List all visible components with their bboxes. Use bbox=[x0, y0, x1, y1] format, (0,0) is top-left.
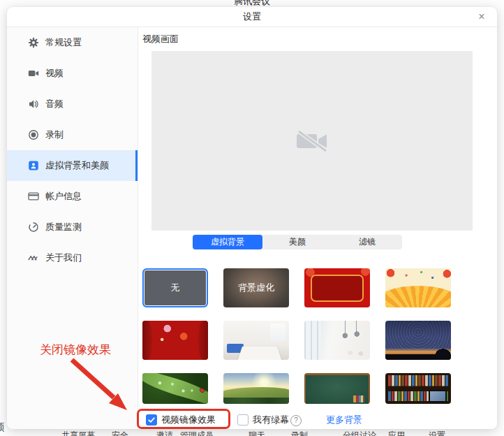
background-tabs: 虚拟背景 美颜 滤镜 bbox=[193, 235, 402, 249]
bg-thumb-new-year-lanterns[interactable] bbox=[142, 321, 208, 360]
sidebar-item-about[interactable]: 关于我们 bbox=[7, 242, 138, 273]
bg-thumb-festive-orange-fan[interactable] bbox=[385, 268, 451, 307]
sidebar-item-account[interactable]: 帐户信息 bbox=[7, 181, 138, 212]
toolbar-item-settings[interactable]: 设置 bbox=[429, 430, 445, 436]
toolbar-item-security[interactable]: 安全 bbox=[112, 430, 128, 436]
green-screen-label: 我有绿幕 bbox=[253, 414, 289, 426]
close-icon[interactable]: × bbox=[473, 7, 490, 27]
bg-thumb-chalkboard[interactable] bbox=[304, 373, 370, 404]
bg-thumb-leaf-ladybug[interactable] bbox=[142, 373, 208, 404]
video-camera-icon bbox=[28, 68, 39, 79]
sidebar-item-label: 帐户信息 bbox=[45, 190, 82, 203]
sidebar-item-label: 虚拟背景和美颜 bbox=[45, 159, 109, 172]
sidebar-item-audio[interactable]: 音频 bbox=[7, 89, 138, 119]
toolbar-item-share[interactable]: 共享屏幕 bbox=[61, 430, 95, 436]
screen: 腾讯会议 频 共享屏幕 安全 邀请 管理成员 聊天 录制 分组讨论 应用 设置 … bbox=[0, 0, 504, 436]
sidebar-item-label: 质量监测 bbox=[45, 221, 82, 233]
gear-icon bbox=[28, 37, 39, 48]
toolbar-item-chat[interactable]: 聊天 bbox=[249, 430, 265, 436]
sidebar-item-video[interactable]: 视频 bbox=[7, 58, 138, 89]
dialog-header: 设置 × bbox=[7, 7, 497, 27]
annotation-highlight-box bbox=[137, 409, 230, 429]
sidebar-item-label: 视频 bbox=[45, 67, 64, 80]
bg-thumb-spring-festival-frame[interactable] bbox=[304, 268, 370, 307]
video-preview bbox=[151, 51, 473, 231]
waves-icon bbox=[28, 252, 39, 263]
tab-virtual-background[interactable]: 虚拟背景 bbox=[193, 235, 262, 249]
sidebar-item-recording[interactable]: 录制 bbox=[7, 119, 138, 150]
tab-filter[interactable]: 滤镜 bbox=[332, 235, 402, 249]
bg-thumb-blur[interactable]: 背景虚化 bbox=[223, 268, 289, 307]
bg-thumb-meeting-room[interactable] bbox=[223, 321, 289, 360]
more-backgrounds-link[interactable]: 更多背景 bbox=[326, 414, 362, 426]
green-screen-checkbox[interactable] bbox=[237, 414, 249, 426]
virtual-background-panel: 视频画面 虚拟背景 美颜 滤镜 无 bbox=[138, 27, 497, 429]
background-grid: 无 背景虚化 bbox=[142, 268, 451, 404]
sidebar-item-label: 录制 bbox=[45, 129, 64, 141]
record-icon bbox=[28, 129, 39, 140]
bg-thumb-star-trails[interactable] bbox=[385, 321, 451, 360]
bg-thumb-mountain-valley[interactable] bbox=[223, 373, 289, 404]
tab-beauty[interactable]: 美颜 bbox=[262, 235, 332, 249]
gauge-icon bbox=[28, 221, 39, 233]
bg-thumb-bookshelf[interactable] bbox=[385, 373, 451, 404]
bg-thumb-label: 背景虚化 bbox=[223, 268, 289, 307]
annotation-arrow-icon bbox=[59, 353, 136, 419]
sidebar-item-virtual-background[interactable]: 虚拟背景和美颜 bbox=[7, 150, 138, 181]
sidebar-item-label: 常规设置 bbox=[45, 36, 82, 49]
dialog-title: 设置 bbox=[7, 7, 497, 27]
toolbar-item-members[interactable]: 管理成员 bbox=[180, 430, 214, 436]
speaker-icon bbox=[28, 99, 39, 110]
camera-off-icon bbox=[296, 131, 328, 152]
sidebar-item-general[interactable]: 常规设置 bbox=[7, 27, 138, 58]
bg-thumb-none[interactable]: 无 bbox=[142, 268, 208, 307]
id-card-icon bbox=[28, 191, 39, 202]
toolbar-item-breakout[interactable]: 分组讨论 bbox=[343, 430, 376, 436]
sidebar-item-quality-monitor[interactable]: 质量监测 bbox=[7, 212, 138, 242]
help-icon[interactable]: ? bbox=[290, 415, 302, 426]
person-card-icon bbox=[28, 160, 39, 171]
sidebar-item-label: 音频 bbox=[45, 98, 64, 110]
preview-label: 视频画面 bbox=[142, 33, 179, 45]
toolbar-item-invite[interactable]: 邀请 bbox=[156, 430, 173, 436]
toolbar-item-record[interactable]: 录制 bbox=[291, 430, 308, 436]
toolbar-item-apps[interactable]: 应用 bbox=[388, 430, 405, 436]
sidebar-item-label: 关于我们 bbox=[45, 252, 82, 264]
bg-thumb-bright-office[interactable] bbox=[304, 321, 370, 360]
bg-thumb-label: 无 bbox=[144, 270, 207, 306]
meeting-toolbar: 共享屏幕 安全 邀请 管理成员 聊天 录制 分组讨论 应用 设置 bbox=[0, 430, 504, 436]
